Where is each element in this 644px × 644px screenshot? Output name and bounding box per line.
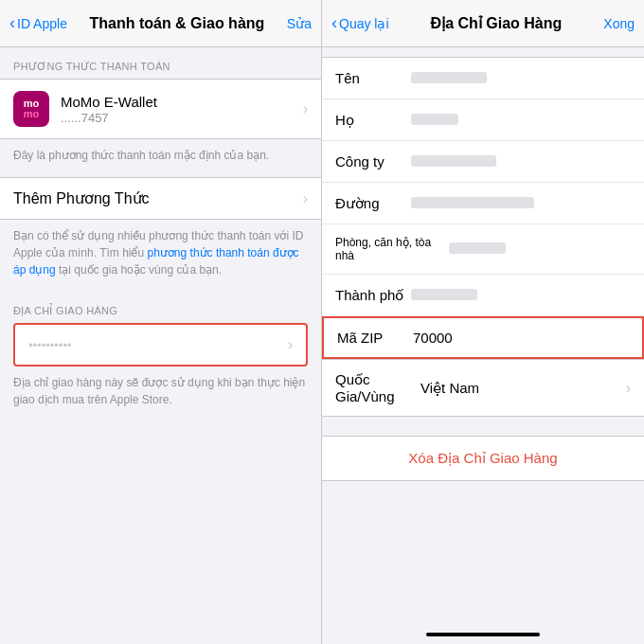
back-label-left: ID Apple [17, 16, 67, 31]
home-indicator [426, 633, 540, 636]
address-section-header: ĐỊA CHỈ GIAO HÀNG [0, 292, 321, 323]
value-congty [411, 154, 631, 170]
field-zip[interactable]: Mã ZIP 70000 [322, 316, 644, 359]
left-nav-title: Thanh toán & Giao hàng [89, 15, 264, 32]
back-button-left[interactable]: ‹ ID Apple [9, 13, 67, 33]
field-duong[interactable]: Đường [322, 183, 644, 224]
country-row[interactable]: Quốc Gia/Vùng Việt Nam › [322, 359, 644, 417]
back-button-right[interactable]: ‹ Quay lại [331, 13, 389, 33]
momo-logo-bottom: mo [24, 109, 40, 119]
add-method-label: Thêm Phương Thức [13, 189, 303, 207]
momo-chevron-icon: › [303, 100, 308, 117]
field-ten[interactable]: Tên [322, 58, 644, 99]
address-card[interactable]: •••••••••• › [13, 323, 308, 367]
add-method-card: Thêm Phương Thức › [0, 177, 321, 220]
delete-address-label: Xóa Địa Chỉ Giao Hàng [408, 450, 557, 467]
momo-name: MoMo E-Wallet [61, 94, 303, 110]
field-thanhpho[interactable]: Thành phố [322, 275, 644, 316]
left-panel: ‹ ID Apple Thanh toán & Giao hàng Sửa PH… [0, 0, 322, 644]
label-phong: Phòng, căn hộ, tòa nhà [335, 236, 449, 262]
value-thanhpho [411, 288, 631, 303]
label-ho: Họ [335, 112, 411, 129]
right-nav-title: Địa Chỉ Giao Hàng [431, 14, 563, 32]
back-chevron-right-icon: ‹ [331, 13, 337, 33]
payment-card: mo mo MoMo E-Wallet ......7457 › [0, 79, 321, 139]
default-payment-text: Đây là phương thức thanh toán mặc định c… [0, 139, 321, 177]
label-country: Quốc Gia/Vùng [335, 371, 420, 404]
payment-section-header: PHƯƠNG THỨC THANH TOÁN [0, 47, 321, 79]
delete-address-section[interactable]: Xóa Địa Chỉ Giao Hàng [322, 436, 644, 481]
address-row: •••••••••• › [15, 325, 306, 365]
address-chevron-icon: › [288, 336, 293, 353]
label-duong: Đường [335, 195, 411, 212]
value-duong [411, 196, 631, 211]
back-chevron-icon: ‹ [9, 13, 15, 33]
right-panel: ‹ Quay lại Địa Chỉ Giao Hàng Xong Tên Họ… [322, 0, 644, 644]
done-button[interactable]: Xong [603, 16, 635, 31]
address-form: Tên Họ Công ty Đường Phòng, căn hộ, tòa … [322, 57, 644, 417]
field-congty[interactable]: Công ty [322, 141, 644, 183]
add-method-chevron-icon: › [303, 190, 308, 207]
form-card: Tên Họ Công ty Đường Phòng, căn hộ, tòa … [322, 57, 644, 360]
field-ho[interactable]: Họ [322, 99, 644, 141]
label-zip: Mã ZIP [337, 330, 413, 346]
value-phong [449, 242, 631, 257]
add-method-row[interactable]: Thêm Phương Thức › [0, 178, 321, 219]
right-nav-bar: ‹ Quay lại Địa Chỉ Giao Hàng Xong [322, 0, 644, 47]
edit-button[interactable]: Sửa [287, 16, 312, 31]
back-label-right: Quay lại [339, 16, 389, 31]
label-thanhpho: Thành phố [335, 287, 411, 304]
address-value: •••••••••• [28, 338, 288, 352]
momo-logo: mo mo [13, 91, 49, 127]
momo-row[interactable]: mo mo MoMo E-Wallet ......7457 › [0, 80, 321, 138]
add-method-description: Bạn có thể sử dụng nhiều phương thức tha… [0, 220, 321, 292]
value-country: Việt Nam [420, 380, 626, 397]
bottom-spacer [322, 481, 644, 633]
left-nav-bar: ‹ ID Apple Thanh toán & Giao hàng Sửa [0, 0, 321, 47]
value-ho [411, 113, 631, 128]
momo-last4: ......7457 [61, 111, 303, 125]
value-zip: 70000 [413, 330, 629, 346]
value-ten [411, 71, 631, 86]
label-congty: Công ty [335, 153, 411, 170]
address-description: Địa chỉ giao hàng này sẽ được sử dụng kh… [0, 367, 321, 421]
country-chevron-icon: › [626, 380, 631, 397]
label-ten: Tên [335, 70, 411, 86]
momo-info: MoMo E-Wallet ......7457 [61, 94, 303, 125]
field-phong[interactable]: Phòng, căn hộ, tòa nhà [322, 224, 644, 275]
